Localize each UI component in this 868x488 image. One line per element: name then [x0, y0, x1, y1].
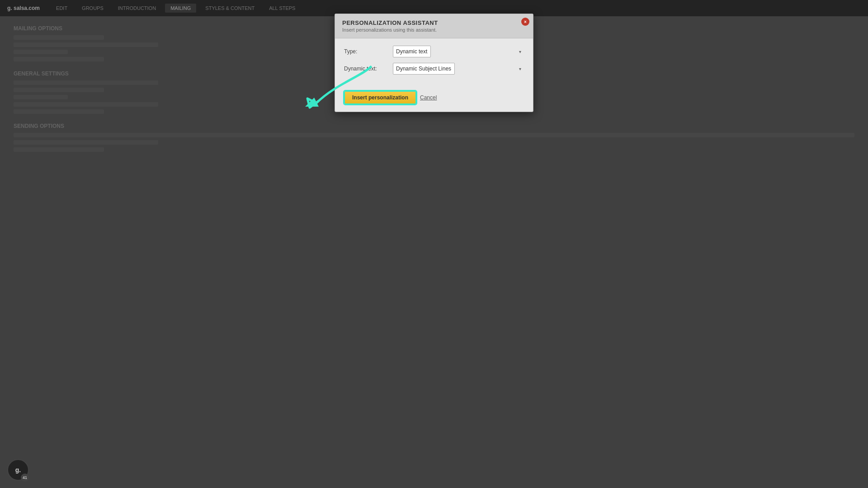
- modal-title: PERSONALIZATION ASSISTANT: [342, 19, 526, 26]
- notification-badge[interactable]: 41: [21, 474, 29, 482]
- modal-header: PERSONALIZATION ASSISTANT Insert persona…: [335, 14, 533, 38]
- cancel-button[interactable]: Cancel: [420, 94, 437, 101]
- notification-count: 41: [23, 475, 27, 480]
- modal-overlay: PERSONALIZATION ASSISTANT Insert persona…: [0, 0, 868, 488]
- dynamic-text-label: Dynamic text:: [344, 66, 389, 72]
- avatar-label: g.: [15, 466, 21, 474]
- dynamic-text-select-wrapper: Dynamic Subject Lines First Name Last Na…: [393, 63, 524, 75]
- dynamic-text-field-row: Dynamic text: Dynamic Subject Lines Firs…: [344, 63, 524, 75]
- personalization-assistant-modal: PERSONALIZATION ASSISTANT Insert persona…: [335, 14, 533, 112]
- type-select-wrapper: Dynamic text Static text Custom: [393, 46, 524, 57]
- type-select[interactable]: Dynamic text Static text Custom: [393, 46, 431, 57]
- insert-personalization-button[interactable]: Insert personalization: [344, 91, 416, 104]
- modal-subtitle: Insert personalizations using this assis…: [342, 27, 526, 33]
- type-label: Type:: [344, 48, 389, 55]
- type-field-row: Type: Dynamic text Static text Custom: [344, 46, 524, 57]
- dynamic-text-select[interactable]: Dynamic Subject Lines First Name Last Na…: [393, 63, 455, 75]
- modal-footer: Insert personalization Cancel: [335, 87, 533, 112]
- modal-close-button[interactable]: ×: [521, 18, 529, 26]
- modal-body: Type: Dynamic text Static text Custom Dy…: [335, 38, 533, 87]
